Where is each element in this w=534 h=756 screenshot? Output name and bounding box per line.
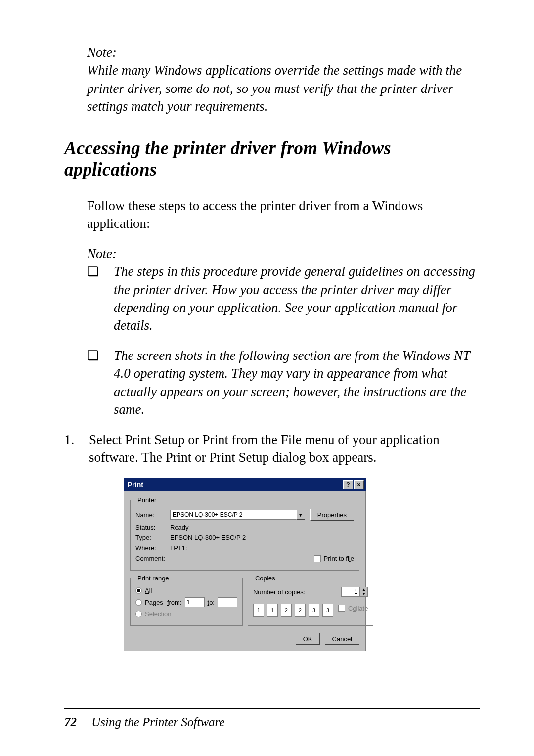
print-to-file-label: Print to file — [324, 555, 354, 562]
from-field[interactable] — [185, 597, 205, 607]
print-dialog-screenshot: Print ? × Printer Name: ▼ Properties — [124, 478, 480, 651]
range-selection-radio — [135, 611, 142, 617]
range-pages-radio[interactable] — [135, 599, 142, 606]
chapter-title: Using the Printer Software — [91, 715, 224, 729]
spin-down-icon[interactable]: ▼ — [359, 592, 367, 596]
note2-bullets: ❏ The steps in this procedure provide ge… — [87, 263, 480, 419]
document-page: Note: While many Windows applications ov… — [0, 0, 534, 756]
note-block-1: Note: While many Windows applications ov… — [87, 44, 480, 116]
spin-up-icon[interactable]: ▲ — [359, 587, 367, 592]
print-range-legend: Print range — [135, 575, 171, 582]
bullet-mark: ❏ — [87, 347, 114, 364]
ordered-steps: 1. Select Print Setup or Print from the … — [64, 431, 480, 467]
printer-name-combo[interactable]: ▼ — [170, 510, 305, 520]
printer-group: Printer Name: ▼ Properties Status:Ready … — [130, 496, 359, 571]
num-copies-field[interactable] — [342, 587, 359, 596]
page-icon: 2 — [295, 604, 306, 617]
num-copies-label: Number of copies: — [253, 588, 306, 596]
printer-legend: Printer — [135, 496, 158, 504]
type-label: Type: — [135, 534, 170, 541]
note1-body: While many Windows applications override… — [87, 61, 480, 115]
cancel-button[interactable]: Cancel — [325, 633, 359, 645]
help-icon: ? — [346, 481, 350, 488]
footer-rule — [64, 708, 480, 709]
num-copies-spinner[interactable]: ▲▼ — [341, 587, 368, 597]
close-icon: × — [357, 481, 360, 488]
to-field[interactable] — [218, 597, 237, 607]
close-button[interactable]: × — [354, 480, 364, 489]
comment-label: Comment: — [135, 555, 170, 562]
where-value: LPT1: — [170, 544, 187, 552]
from-label: from: — [167, 599, 182, 606]
section-title: Accessing the printer driver from Window… — [64, 137, 480, 180]
collate-checkbox — [338, 605, 345, 612]
properties-button[interactable]: Properties — [310, 509, 354, 521]
chevron-down-icon[interactable]: ▼ — [296, 510, 305, 520]
range-all-radio[interactable] — [135, 587, 142, 594]
ok-button[interactable]: OK — [296, 633, 320, 645]
status-label: Status: — [135, 524, 170, 531]
list-item: 1. Select Print Setup or Print from the … — [64, 431, 480, 467]
page-icon: 1 — [267, 604, 278, 617]
dialog-body: Printer Name: ▼ Properties Status:Ready … — [124, 491, 366, 651]
copies-legend: Copies — [253, 575, 277, 582]
range-pages-label: Pages — [145, 599, 163, 606]
note2-head: Note: — [87, 245, 480, 263]
step-text: Select Print Setup or Print from the Fil… — [89, 431, 480, 467]
dialog-titlebar: Print ? × — [124, 478, 366, 491]
print-range-group: Print range All Pages from: to: Selectio… — [130, 575, 243, 626]
list-item: ❏ The screen shots in the following sect… — [87, 347, 480, 419]
range-all-label: All — [145, 587, 152, 594]
collate-preview-icon: 1 1 2 2 3 3 — [253, 604, 333, 617]
page-icon: 3 — [309, 604, 319, 617]
name-label: Name: — [135, 511, 170, 519]
intro-paragraph: Follow these steps to access the printer… — [87, 197, 480, 233]
range-selection-label: Selection — [145, 610, 171, 618]
status-value: Ready — [170, 524, 189, 531]
page-icon: 2 — [281, 604, 292, 617]
page-icon: 1 — [253, 604, 264, 617]
bullet-mark: ❏ — [87, 263, 114, 280]
list-item: ❏ The steps in this procedure provide ge… — [87, 263, 480, 335]
print-dialog: Print ? × Printer Name: ▼ Properties — [124, 478, 366, 651]
dialog-title: Print — [128, 481, 143, 489]
print-to-file-checkbox[interactable] — [314, 555, 321, 562]
printer-name-field[interactable] — [170, 510, 296, 520]
page-icon: 3 — [322, 604, 333, 617]
type-value: EPSON LQ-300+ ESC/P 2 — [170, 534, 246, 541]
collate-label: Collate — [348, 605, 368, 612]
page-footer: 72 Using the Printer Software — [64, 715, 224, 729]
step-number: 1. — [64, 431, 89, 448]
bullet-text: The screen shots in the following sectio… — [114, 347, 480, 419]
page-number: 72 — [64, 715, 77, 729]
to-label: to: — [208, 599, 215, 606]
help-button[interactable]: ? — [343, 480, 353, 489]
note1-head: Note: — [87, 44, 480, 61]
bullet-text: The steps in this procedure provide gene… — [114, 263, 480, 335]
note-block-2: Note: — [87, 245, 480, 263]
where-label: Where: — [135, 544, 170, 552]
copies-group: Copies Number of copies: ▲▼ 1 — [248, 575, 373, 626]
